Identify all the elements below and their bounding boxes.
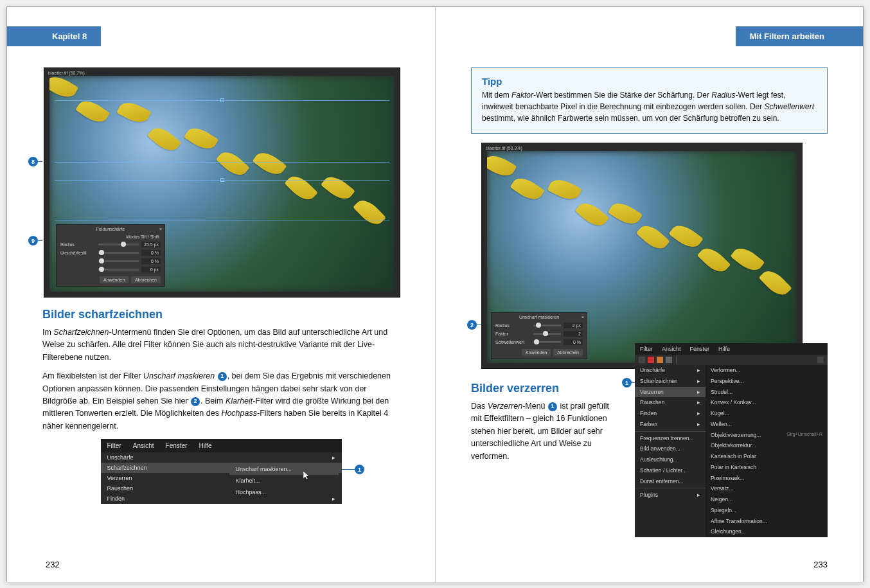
- slider-row[interactable]: Unschärfestil0 %: [57, 249, 164, 257]
- dialog-tilt-shift[interactable]: Feldunschärfe× Modus Tilt / Shift Radius…: [56, 224, 165, 287]
- flyout-item[interactable]: Strudel...: [706, 387, 828, 398]
- menu-top-item[interactable]: Ansicht: [133, 442, 154, 449]
- flyout-item[interactable]: Perspektive...: [706, 376, 828, 387]
- shortcut-label: Strg+Umschalt+R: [787, 431, 822, 440]
- trash-icon[interactable]: [817, 357, 824, 363]
- flyout-item[interactable]: Pixelmosaik...: [706, 473, 828, 484]
- flyout-item[interactable]: Konvex / Konkav...: [706, 397, 828, 408]
- flyout-item[interactable]: Polar in Kartesisch: [706, 462, 828, 473]
- menu-top-item[interactable]: Hilfe: [718, 346, 730, 352]
- submenu-item[interactable]: Unschärfe▸: [101, 452, 342, 463]
- submenu-item[interactable]: Finden▸: [635, 408, 706, 419]
- slider-value: 0 %: [141, 258, 161, 264]
- callout-9-line: [38, 240, 42, 241]
- tool-icon[interactable]: [648, 357, 654, 363]
- submenu-item[interactable]: Scharfzeichnen▸: [635, 376, 706, 387]
- apply-button[interactable]: Anwenden: [522, 349, 551, 356]
- page-number-left: 232: [46, 560, 60, 569]
- slider-track[interactable]: [98, 269, 139, 271]
- slider-value: 0 px: [141, 267, 161, 272]
- slider-track[interactable]: [98, 260, 139, 262]
- close-icon[interactable]: ×: [159, 227, 162, 231]
- chevron-right-icon: ▸: [697, 491, 700, 499]
- submenu-item[interactable]: Farben▸: [635, 419, 706, 430]
- flyout-item[interactable]: Hochpass...: [229, 486, 339, 498]
- tool-icon[interactable]: [639, 357, 645, 363]
- flyout-item[interactable]: Verformen...: [706, 365, 828, 376]
- callout-8: 8: [28, 157, 38, 166]
- slider-value: 2 px: [564, 323, 583, 328]
- cursor-icon: [303, 471, 310, 480]
- hero-screenshot-right: blaetter.tif (50.3%): [481, 143, 803, 369]
- callout-9: 9: [28, 236, 38, 245]
- page-left: Kapitel 8 8 9 blaetter.tif (50.7%): [7, 7, 436, 582]
- flyout-item[interactable]: Unscharf maskieren...: [229, 463, 339, 475]
- slider-value: 2: [564, 331, 583, 337]
- page-spread: Kapitel 8 8 9 blaetter.tif (50.7%): [6, 6, 864, 582]
- slider-row[interactable]: Radius2 px: [492, 321, 587, 330]
- tip-box: Tipp Mit dem Faktor-Wert bestimmen Sie d…: [471, 67, 828, 134]
- slider-row[interactable]: Faktor2: [492, 330, 587, 338]
- cancel-button[interactable]: Abbrechen: [131, 276, 161, 283]
- dialog-unsharp-mask[interactable]: Unscharf maskieren× Radius2 pxFaktor2Sch…: [491, 312, 587, 359]
- chevron-right-icon: ▸: [697, 420, 700, 429]
- flyout-item[interactable]: Objektivkorrektur...: [706, 440, 828, 451]
- menu-top-item[interactable]: Fenster: [690, 346, 710, 352]
- callout-1r-inline: 1: [548, 402, 557, 411]
- callout-8-line: [38, 161, 42, 162]
- submenu-item[interactable]: Schatten / Lichter...: [635, 465, 706, 476]
- flyout-item[interactable]: Objektivverzerrung...Strg+Umschalt+R: [706, 430, 828, 441]
- slider-track[interactable]: [533, 341, 561, 343]
- slider-value: 25.5 px: [141, 242, 161, 247]
- cancel-button[interactable]: Abbrechen: [553, 349, 583, 356]
- left-content: 8 9 blaetter.tif (50.7%): [42, 67, 400, 504]
- flyout-item[interactable]: Affine Transformation...: [706, 516, 828, 527]
- submenu-item[interactable]: Rauschen▸: [635, 397, 706, 408]
- page-right: Mit Filtern arbeiten Tipp Mit dem Faktor…: [436, 7, 863, 582]
- doc-title-r: blaetter.tif (50.3%): [486, 146, 522, 150]
- slider-track[interactable]: [98, 252, 139, 254]
- menu-top-item[interactable]: Ansicht: [662, 346, 681, 352]
- menu-top-item[interactable]: Fenster: [166, 442, 188, 449]
- chapter-tab-right: Mit Filtern arbeiten: [736, 26, 863, 46]
- menu-top-item[interactable]: Hilfe: [199, 442, 211, 449]
- flyout-item[interactable]: Neigen...: [706, 494, 828, 505]
- tool-icon[interactable]: [666, 357, 672, 363]
- flyout-item[interactable]: Kugel...: [706, 408, 828, 419]
- submenu-item[interactable]: Frequenzen trennen...: [635, 433, 706, 444]
- slider-row[interactable]: 0 %: [57, 257, 164, 265]
- menu-top-item[interactable]: Filter: [640, 346, 653, 352]
- flyout-item[interactable]: Wellen...: [706, 419, 828, 430]
- dialog-title-r: Unscharf maskieren: [519, 315, 559, 319]
- flyout-item[interactable]: Spiegeln...: [706, 505, 828, 516]
- flyout-item[interactable]: Kartesisch in Polar: [706, 451, 828, 462]
- mode-label: Modus Tilt / Shift: [126, 235, 159, 239]
- slider-label: Unschärfestil: [60, 251, 96, 255]
- slider-row[interactable]: Schwellenwert0 %: [492, 338, 587, 346]
- submenu-item[interactable]: Plugins▸: [635, 490, 706, 501]
- submenu-item[interactable]: Ausleuchtung...: [635, 454, 706, 465]
- submenu-item[interactable]: Verzerren▸: [635, 387, 706, 398]
- tip-title: Tipp: [482, 76, 817, 87]
- flyout-item[interactable]: Klarheit...: [229, 475, 339, 486]
- heading-sharpen: Bilder scharfzeichnen: [42, 308, 400, 321]
- flyout-item[interactable]: Versatz...: [706, 483, 828, 494]
- close-icon[interactable]: ×: [581, 315, 584, 319]
- slider-row[interactable]: Radius25.5 px: [57, 240, 164, 249]
- slider-row[interactable]: 0 px: [57, 265, 164, 274]
- slider-track[interactable]: [98, 244, 139, 245]
- submenu-item[interactable]: Unschärfe▸: [635, 365, 706, 376]
- slider-value: 0 %: [141, 250, 161, 256]
- submenu-item[interactable]: Bild anwenden...: [635, 443, 706, 454]
- callout-2-inline: 2: [191, 397, 200, 406]
- submenu-item[interactable]: Dunst entfernen...: [635, 476, 706, 487]
- chapter-tab-left: Kapitel 8: [7, 26, 101, 46]
- menu-top-item[interactable]: Filter: [107, 442, 121, 449]
- flyout-item[interactable]: Gleichungen...: [706, 526, 828, 537]
- chevron-right-icon: ▸: [332, 454, 335, 461]
- right-content: Tipp Mit dem Faktor-Wert bestimmen Sie d…: [471, 67, 828, 537]
- slider-track[interactable]: [533, 325, 561, 326]
- slider-track[interactable]: [533, 333, 561, 335]
- tool-icon[interactable]: [657, 357, 663, 363]
- apply-button[interactable]: Anwenden: [100, 276, 129, 283]
